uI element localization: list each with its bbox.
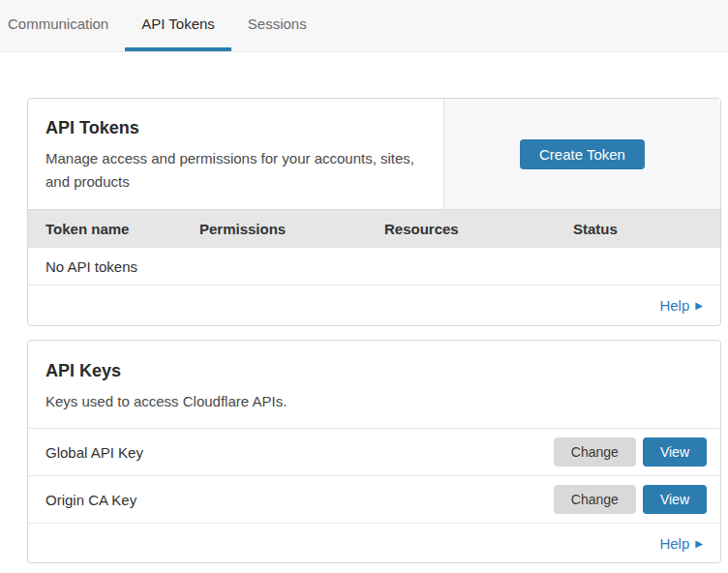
tab-sessions[interactable]: Sessions: [231, 0, 323, 51]
tokens-table-header-permissions: Permissions: [182, 210, 367, 248]
help-link-label: Help: [659, 297, 689, 314]
api-keys-title: API Keys: [46, 361, 703, 381]
tab-communication[interactable]: Communication: [8, 0, 125, 51]
origin-ca-key-change-button[interactable]: Change: [554, 485, 636, 514]
tokens-table-header-resources: Resources: [367, 210, 556, 248]
api-tokens-card-header-text: API Tokens Manage access and permissions…: [28, 99, 443, 209]
tokens-table-header-token-name: Token name: [28, 210, 182, 248]
api-tokens-card-footer: Help ▶: [28, 286, 720, 325]
api-tokens-help-link[interactable]: Help ▶: [659, 297, 703, 314]
api-tokens-description: Manage access and permissions for your a…: [46, 147, 424, 194]
api-tokens-card: API Tokens Manage access and permissions…: [27, 98, 721, 326]
main-content: API Tokens Manage access and permissions…: [27, 98, 721, 563]
api-key-name: Origin CA Key: [46, 492, 136, 508]
api-key-row-global: Global API Key Change View: [28, 429, 720, 476]
api-keys-card-header: API Keys Keys used to access Cloudflare …: [28, 341, 720, 429]
api-key-name: Global API Key: [46, 444, 143, 461]
api-key-actions: Change View: [554, 485, 707, 514]
tokens-table-empty-row: No API tokens: [28, 248, 720, 286]
api-keys-card-footer: Help ▶: [28, 524, 720, 562]
create-token-button[interactable]: Create Token: [520, 139, 645, 169]
api-keys-description: Keys used to access Cloudflare APIs.: [46, 390, 703, 413]
api-key-actions: Change View: [554, 437, 707, 467]
api-keys-help-link[interactable]: Help ▶: [659, 535, 703, 552]
tokens-empty-message: No API tokens: [46, 258, 137, 275]
tab-bar: Communication API Tokens Sessions: [0, 0, 728, 52]
tab-api-tokens[interactable]: API Tokens: [125, 0, 231, 51]
global-api-key-change-button[interactable]: Change: [554, 437, 636, 467]
api-tokens-title: API Tokens: [46, 118, 424, 138]
tokens-table-header-row: Token name Permissions Resources Status: [28, 209, 720, 248]
tokens-table-header-status: Status: [556, 210, 720, 248]
origin-ca-key-view-button[interactable]: View: [643, 485, 707, 514]
api-key-row-origin-ca: Origin CA Key Change View: [28, 476, 720, 524]
arrow-right-icon: ▶: [695, 539, 703, 549]
global-api-key-view-button[interactable]: View: [643, 437, 707, 467]
api-keys-card: API Keys Keys used to access Cloudflare …: [27, 340, 721, 563]
help-link-label: Help: [659, 535, 689, 552]
api-tokens-card-header: API Tokens Manage access and permissions…: [28, 99, 720, 209]
api-tokens-card-header-actions: Create Token: [443, 99, 720, 209]
arrow-right-icon: ▶: [695, 301, 703, 311]
